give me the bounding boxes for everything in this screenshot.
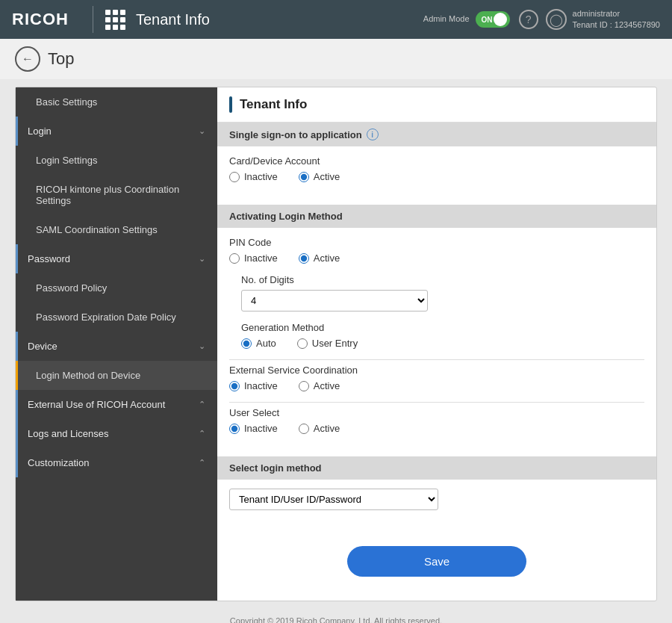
- field-label-generation-method: Generation Method: [241, 322, 644, 333]
- radio-label-inactive-card: Inactive: [244, 171, 278, 182]
- radio-option-auto[interactable]: Auto: [241, 338, 276, 349]
- radio-label-active-card: Active: [314, 171, 340, 182]
- user-area: ◯ administrator Tenant ID : 1234567890: [546, 8, 660, 31]
- radio-option-inactive-external[interactable]: Inactive: [229, 380, 278, 391]
- radio-auto[interactable]: [241, 338, 252, 349]
- section-header-select-login: Select login method: [217, 456, 656, 480]
- header: RICOH Tenant Info Admin Mode ON ? ◯ admi…: [0, 0, 672, 39]
- radio-row-pin-code: Inactive Active: [229, 252, 644, 264]
- radio-option-active-pin[interactable]: Active: [299, 252, 340, 264]
- radio-row-user-select: Inactive Active: [229, 423, 644, 434]
- save-button[interactable]: Save: [347, 546, 526, 577]
- sidebar-item-password-expiration[interactable]: Password Expiration Date Policy: [16, 303, 217, 332]
- radio-active-user-select[interactable]: [299, 424, 309, 434]
- sidebar-item-device[interactable]: Device ⌄: [16, 332, 217, 361]
- radio-user-entry[interactable]: [297, 338, 308, 349]
- field-generation-method: Generation Method Auto User Entry: [241, 322, 644, 349]
- radio-inactive-user-select[interactable]: [229, 424, 240, 434]
- sidebar-item-login-settings[interactable]: Login Settings: [16, 146, 217, 175]
- sidebar-item-login-method-device[interactable]: Login Method on Device: [16, 361, 217, 390]
- toggle-knob: [494, 13, 507, 26]
- chevron-up-icon: ⌃: [199, 458, 205, 468]
- ricoh-logo: RICOH: [12, 10, 69, 29]
- sidebar-item-customization[interactable]: Customization ⌃: [16, 448, 217, 477]
- copyright-text: Copyright © 2019 Ricoh Company, Ltd. All…: [230, 616, 442, 623]
- panel-title: Tenant Info: [240, 97, 307, 112]
- section-select-login-method: Select login method Tenant ID/User ID/Pa…: [217, 456, 656, 522]
- sidebar-item-password[interactable]: Password ⌄: [16, 244, 217, 273]
- field-external-service: External Service Coordination Inactive A…: [229, 365, 644, 391]
- sidebar-item-external-use[interactable]: External Use of RICOH Account ⌃: [16, 390, 217, 419]
- toggle-on-label: ON: [482, 16, 493, 24]
- divider: [229, 359, 644, 360]
- radio-option-user-entry[interactable]: User Entry: [297, 338, 358, 349]
- field-user-select: User Select Inactive Active: [229, 407, 644, 434]
- section-title-activating-login: Activating Login Method: [229, 211, 343, 222]
- radio-active-card[interactable]: [299, 172, 309, 182]
- save-button-area: Save: [217, 522, 656, 601]
- radio-option-inactive-card[interactable]: Inactive: [229, 171, 278, 182]
- help-icon[interactable]: ?: [519, 10, 538, 29]
- field-pin-code: PIN Code Inactive Active: [229, 237, 644, 264]
- sidebar-item-saml[interactable]: SAML Coordination Settings: [16, 215, 217, 244]
- radio-active-pin[interactable]: [299, 253, 309, 264]
- radio-option-active-card[interactable]: Active: [299, 171, 340, 182]
- sidebar-item-login[interactable]: Login ⌄: [16, 117, 217, 146]
- section-title-select-login: Select login method: [229, 462, 322, 474]
- breadcrumb-label: Top: [48, 49, 74, 69]
- section-single-sign-on: Single sign-on to application i Card/Dev…: [217, 123, 656, 205]
- radio-option-inactive-pin[interactable]: Inactive: [229, 252, 278, 264]
- radio-label-inactive-pin: Inactive: [244, 252, 278, 264]
- chevron-down-icon: ⌄: [199, 254, 205, 264]
- radio-option-active-external[interactable]: Active: [299, 380, 340, 391]
- section-content-single-sign-on: Card/Device Account Inactive Active: [217, 146, 656, 205]
- chevron-down-icon: ⌄: [199, 126, 205, 136]
- radio-label-active-pin: Active: [314, 252, 340, 264]
- section-header-activating-login: Activating Login Method: [217, 205, 656, 228]
- info-icon[interactable]: i: [367, 128, 379, 140]
- content-area: Tenant Info Single sign-on to applicatio…: [217, 87, 656, 601]
- sidebar-item-logs-licenses[interactable]: Logs and Licenses ⌃: [16, 419, 217, 448]
- radio-label-user-entry: User Entry: [312, 338, 358, 349]
- section-content-select-login: Tenant ID/User ID/Password User ID/Passw…: [217, 480, 656, 522]
- grid-icon[interactable]: [105, 10, 125, 30]
- radio-row-external-service: Inactive Active: [229, 380, 644, 391]
- user-avatar-icon: ◯: [546, 9, 567, 30]
- radio-inactive-card[interactable]: [229, 172, 240, 182]
- sidebar-item-password-policy[interactable]: Password Policy: [16, 273, 217, 303]
- radio-row-generation-method: Auto User Entry: [241, 338, 644, 349]
- footer: Copyright © 2019 Ricoh Company, Ltd. All…: [0, 609, 672, 623]
- radio-label-inactive-user-select: Inactive: [244, 423, 278, 434]
- back-button[interactable]: ←: [15, 46, 40, 72]
- admin-mode-toggle[interactable]: ON: [476, 11, 510, 28]
- admin-mode-label: Admin Mode: [423, 14, 470, 24]
- radio-label-active-external: Active: [314, 380, 340, 391]
- radio-label-active-user-select: Active: [314, 423, 340, 434]
- tenant-id-label: Tenant ID : 1234567890: [573, 19, 660, 31]
- main-container: Basic Settings Login ⌄ Login Settings RI…: [0, 79, 672, 609]
- radio-inactive-pin[interactable]: [229, 253, 240, 264]
- sidebar-item-basic-settings[interactable]: Basic Settings: [16, 87, 217, 117]
- title-accent: [229, 96, 232, 113]
- content-panel: Basic Settings Login ⌄ Login Settings RI…: [15, 87, 657, 601]
- header-divider: [93, 6, 93, 33]
- breadcrumb-bar: ← Top: [0, 39, 672, 79]
- field-label-digits: No. of Digits: [241, 274, 644, 285]
- login-method-dropdown[interactable]: Tenant ID/User ID/Password User ID/Passw…: [229, 489, 438, 510]
- field-label-pin-code: PIN Code: [229, 237, 644, 248]
- digits-dropdown[interactable]: 4 6 8: [241, 290, 428, 312]
- user-name: administrator: [573, 8, 660, 19]
- sidebar: Basic Settings Login ⌄ Login Settings RI…: [16, 87, 217, 601]
- radio-label-auto: Auto: [256, 338, 276, 349]
- section-header-single-sign-on: Single sign-on to application i: [217, 123, 656, 146]
- field-no-of-digits: No. of Digits 4 6 8: [241, 274, 644, 312]
- chevron-up-icon: ⌃: [199, 429, 205, 438]
- radio-inactive-external[interactable]: [229, 381, 240, 391]
- radio-active-external[interactable]: [299, 381, 309, 391]
- chevron-up-icon: ⌃: [199, 400, 205, 409]
- content-title-bar: Tenant Info: [217, 87, 656, 123]
- sidebar-item-ricoh-kintone[interactable]: RICOH kintone plus Coordination Settings: [16, 175, 217, 215]
- radio-option-inactive-user-select[interactable]: Inactive: [229, 423, 278, 434]
- divider2: [229, 402, 644, 403]
- radio-option-active-user-select[interactable]: Active: [299, 423, 340, 434]
